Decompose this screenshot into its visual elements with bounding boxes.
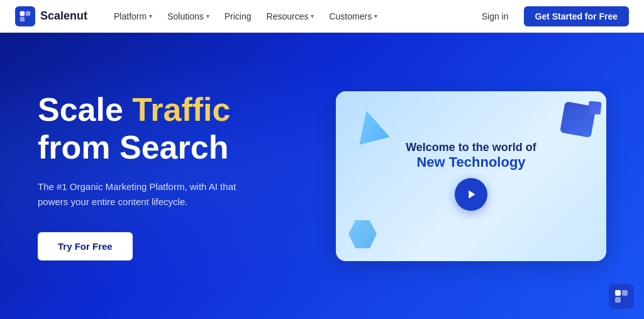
svg-rect-1 — [26, 11, 31, 16]
hero-subtitle: The #1 Organic Marketing Platform, with … — [38, 179, 264, 210]
try-free-button[interactable]: Try For Free — [38, 232, 133, 260]
play-button[interactable] — [455, 178, 487, 211]
video-title: Welcome to the world of New Technology — [406, 141, 536, 171]
svg-rect-4 — [615, 290, 621, 296]
logo-link[interactable]: Scalenut — [15, 6, 87, 26]
nav-actions: Sign in Get Started for Free — [474, 6, 629, 26]
logo-icon — [15, 6, 35, 26]
video-card-text: Welcome to the world of New Technology — [406, 141, 536, 211]
corner-badge — [609, 284, 634, 309]
nav-item-customers[interactable]: Customers ▾ — [323, 8, 384, 25]
svg-rect-2 — [20, 16, 25, 21]
chevron-down-icon: ▾ — [374, 13, 377, 20]
nav-links: Platform ▾ Solutions ▾ Pricing Resources… — [108, 8, 474, 25]
chevron-down-icon: ▾ — [311, 13, 314, 20]
get-started-button[interactable]: Get Started for Free — [524, 6, 629, 26]
nav-item-resources[interactable]: Resources ▾ — [260, 8, 321, 25]
hero-content: Scale Traffic from Search The #1 Organic… — [38, 91, 314, 260]
hero-video-area: Welcome to the world of New Technology — [336, 91, 606, 261]
video-card[interactable]: Welcome to the world of New Technology — [336, 91, 606, 261]
hero-section: Scale Traffic from Search The #1 Organic… — [0, 33, 644, 319]
navbar: Scalenut Platform ▾ Solutions ▾ Pricing … — [0, 0, 644, 33]
svg-rect-0 — [20, 11, 25, 16]
hero-title: Scale Traffic from Search — [38, 91, 314, 167]
chevron-down-icon: ▾ — [206, 13, 209, 20]
nav-item-platform[interactable]: Platform ▾ — [108, 8, 158, 25]
nav-item-pricing[interactable]: Pricing — [218, 8, 258, 25]
nav-item-solutions[interactable]: Solutions ▾ — [161, 8, 216, 25]
deco-cube — [560, 101, 596, 138]
chevron-down-icon: ▾ — [149, 13, 152, 20]
logo-text: Scalenut — [40, 9, 87, 23]
signin-button[interactable]: Sign in — [474, 8, 516, 25]
svg-marker-3 — [469, 191, 475, 199]
svg-rect-6 — [615, 297, 621, 303]
svg-rect-5 — [622, 290, 628, 296]
